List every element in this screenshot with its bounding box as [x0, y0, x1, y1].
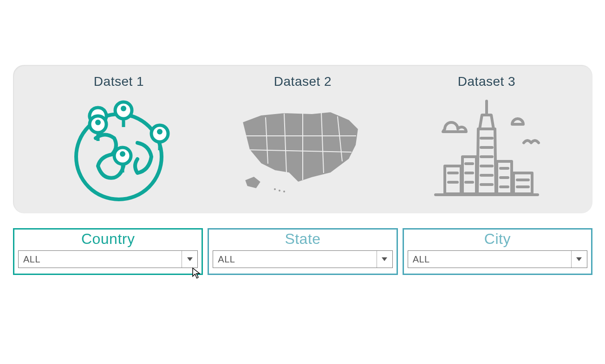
- svg-point-14: [283, 190, 286, 193]
- dataset-2-title: Dataset 2: [274, 74, 332, 89]
- svg-rect-21: [445, 166, 461, 194]
- svg-point-1: [95, 120, 101, 125]
- country-dropdown-value: ALL: [19, 251, 182, 268]
- svg-point-12: [273, 188, 276, 191]
- svg-point-2: [121, 106, 126, 111]
- filter-state: State ALL: [208, 228, 397, 275]
- filter-city-label: City: [484, 230, 511, 248]
- filter-city: City ALL: [403, 228, 592, 275]
- filter-country: Country ALL: [13, 228, 203, 275]
- dataset-1-card[interactable]: Datset 1: [27, 74, 211, 203]
- svg-point-13: [278, 189, 281, 192]
- state-dropdown-value: ALL: [213, 251, 376, 268]
- filters-row: Country ALL State ALL City ALL: [13, 228, 592, 275]
- chevron-down-icon: [377, 251, 392, 268]
- svg-marker-37: [382, 257, 387, 261]
- dataset-3-title: Dataset 3: [458, 74, 515, 89]
- svg-rect-29: [514, 173, 532, 194]
- chevron-down-icon: [182, 251, 197, 268]
- city-dropdown[interactable]: ALL: [408, 250, 587, 268]
- usa-map-icon: [233, 96, 372, 203]
- globe-pins-icon: [68, 96, 170, 203]
- svg-marker-38: [576, 257, 582, 261]
- datasets-panel: Datset 1: [13, 65, 592, 213]
- svg-marker-36: [187, 257, 193, 261]
- dataset-1-title: Datset 1: [94, 74, 144, 89]
- city-dropdown-value: ALL: [408, 251, 571, 268]
- svg-point-4: [120, 151, 125, 157]
- dataset-2-card[interactable]: Dataset 2: [211, 74, 395, 203]
- country-dropdown[interactable]: ALL: [18, 250, 198, 268]
- filter-country-label: Country: [81, 230, 135, 248]
- svg-point-3: [157, 129, 163, 134]
- filter-state-label: State: [285, 230, 320, 248]
- dataset-3-card[interactable]: Dataset 3: [395, 74, 579, 203]
- city-skyline-icon: [426, 96, 547, 203]
- state-dropdown[interactable]: ALL: [213, 250, 392, 268]
- chevron-down-icon: [571, 251, 587, 268]
